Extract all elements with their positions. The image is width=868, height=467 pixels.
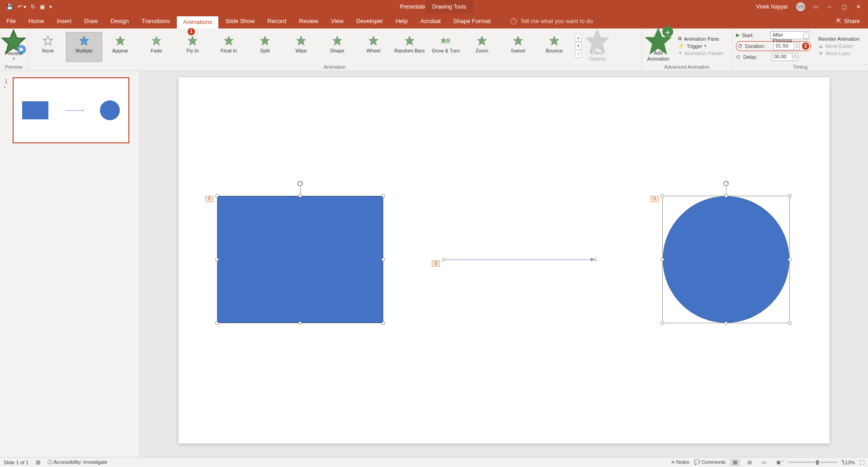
anim-appear[interactable]: Appear — [102, 32, 138, 62]
user-name[interactable]: Vivek Nayyar — [756, 4, 788, 10]
tab-record[interactable]: Record — [261, 14, 292, 28]
anim-tag-line[interactable]: 0 — [432, 260, 440, 267]
tell-me-search[interactable]: Tell me what you want to do — [510, 18, 593, 24]
zoom-slider[interactable] — [788, 462, 838, 463]
resize-handle[interactable] — [660, 194, 664, 198]
slide-canvas-wrap[interactable]: 0 0 — [140, 71, 868, 457]
slide-number: 1 — [5, 78, 8, 85]
line-endpoint[interactable] — [442, 258, 445, 261]
gallery-up-icon[interactable]: ▴ — [575, 34, 581, 42]
tab-insert[interactable]: Insert — [51, 14, 78, 28]
tab-draw[interactable]: Draw — [78, 14, 104, 28]
fit-to-window-icon[interactable]: ⛶ — [859, 460, 864, 465]
anim-shape[interactable]: Shape — [319, 32, 355, 62]
resize-handle[interactable] — [215, 194, 219, 198]
circle-selection[interactable]: 0 — [662, 196, 790, 323]
duration-input[interactable]: 01.50▴▾ — [774, 42, 800, 50]
undo-icon[interactable]: ↶ ▾ — [18, 4, 26, 10]
resize-handle[interactable] — [724, 321, 728, 325]
anim-multiple[interactable]: Multiple — [66, 32, 102, 62]
rotation-handle-icon[interactable] — [297, 180, 303, 187]
tab-animations[interactable]: Animations — [176, 16, 219, 28]
preview-button[interactable]: Preview ▾ — [0, 31, 27, 61]
collapse-ribbon-icon[interactable]: ˆ — [865, 64, 866, 69]
tab-acrobat[interactable]: Acrobat — [414, 14, 447, 28]
anim-fly-in[interactable]: 1 Fly In — [175, 32, 211, 62]
tab-view[interactable]: View — [325, 14, 350, 28]
anim-grow-turn[interactable]: Grow & Turn — [428, 32, 464, 62]
line-shape[interactable] — [443, 259, 595, 260]
gallery-more-icon[interactable]: ▿ — [575, 50, 581, 58]
resize-handle[interactable] — [298, 194, 302, 198]
accessibility-status[interactable]: ⓘ Accessibility: Investigate — [47, 459, 108, 466]
tab-home[interactable]: Home — [22, 14, 51, 28]
anim-none[interactable]: None — [30, 32, 66, 62]
slide-sorter-view-icon[interactable]: ▤ — [745, 459, 755, 466]
delay-input[interactable]: 00.00▴▾ — [772, 53, 798, 61]
start-select[interactable]: After Previous▾ — [770, 31, 809, 39]
tab-slideshow[interactable]: Slide Show — [219, 14, 261, 28]
tab-transitions[interactable]: Transitions — [135, 14, 176, 28]
slide-thumbnail-1[interactable] — [13, 77, 129, 143]
zoom-level[interactable]: 113% — [842, 460, 855, 465]
anim-float-in[interactable]: Float In — [211, 32, 247, 62]
tab-help[interactable]: Help — [389, 14, 414, 28]
resize-handle[interactable] — [298, 321, 302, 325]
zoom-thumb[interactable] — [816, 460, 819, 465]
line-selection[interactable]: 0 — [443, 259, 595, 260]
anim-split[interactable]: Split — [247, 32, 283, 62]
anim-wipe[interactable]: Wipe — [283, 32, 319, 62]
start-from-beginning-icon[interactable]: ▣ — [40, 4, 45, 10]
tab-design[interactable]: Design — [104, 14, 135, 28]
rectangle-selection[interactable]: 0 — [217, 196, 383, 323]
resize-handle[interactable] — [382, 321, 385, 325]
resize-handle[interactable] — [724, 194, 728, 198]
ribbon-display-icon[interactable]: ▭ — [813, 4, 818, 10]
tab-developer[interactable]: Developer — [350, 14, 389, 28]
anim-wheel[interactable]: Wheel — [355, 32, 392, 62]
resize-handle[interactable] — [788, 258, 792, 261]
anim-tag-rect[interactable]: 0 — [205, 196, 213, 202]
comments-button[interactable]: 💬 Comments — [694, 459, 726, 465]
slide-thumbnail-panel[interactable]: 1 * — [0, 71, 140, 457]
tab-review[interactable]: Review — [292, 14, 325, 28]
anim-fade[interactable]: Fade — [138, 32, 175, 62]
anim-tag-circle[interactable]: 0 — [651, 196, 659, 202]
normal-view-icon[interactable]: ▦ — [730, 459, 740, 466]
reading-view-icon[interactable]: ▭ — [759, 459, 769, 466]
resize-handle[interactable] — [788, 321, 792, 325]
add-animation-button[interactable]: + Add Animation — [642, 30, 675, 62]
circle-shape[interactable] — [663, 196, 789, 323]
anim-bounce[interactable]: Bounce — [536, 32, 572, 62]
maximize-icon[interactable]: ▢ — [841, 4, 847, 10]
close-icon[interactable]: ✕ — [855, 4, 862, 10]
user-avatar[interactable]: VN — [796, 2, 805, 11]
slide-counter[interactable]: Slide 1 of 1 — [4, 460, 28, 465]
anim-zoom[interactable]: Zoom — [464, 32, 500, 62]
resize-handle[interactable] — [215, 321, 219, 325]
save-icon[interactable]: 💾 — [6, 4, 13, 10]
notes-shortcut-icon[interactable]: ▥ — [36, 459, 40, 465]
tab-file[interactable]: File — [0, 14, 22, 28]
resize-handle[interactable] — [382, 258, 385, 261]
anim-swivel[interactable]: Swivel — [500, 32, 536, 62]
notes-button[interactable]: ≐ Notes — [671, 459, 689, 465]
slide-canvas[interactable]: 0 0 — [179, 77, 830, 443]
resize-handle[interactable] — [215, 258, 219, 261]
share-button[interactable]: ⇱ Share — [836, 18, 860, 24]
resize-handle[interactable] — [382, 194, 385, 198]
rotation-handle-icon[interactable] — [723, 180, 729, 187]
animation-pane-button[interactable]: ⧉Animation Pane — [678, 36, 724, 42]
resize-handle[interactable] — [788, 194, 792, 198]
tab-shape-format[interactable]: Shape Format — [447, 14, 497, 28]
qat-more-icon[interactable]: ▾ — [49, 4, 52, 10]
minimize-icon[interactable]: ─ — [826, 4, 833, 10]
resize-handle[interactable] — [660, 258, 664, 261]
redo-icon[interactable]: ↻ — [31, 4, 35, 10]
rectangle-shape[interactable] — [217, 196, 383, 323]
gallery-down-icon[interactable]: ▾ — [575, 42, 581, 50]
resize-handle[interactable] — [660, 321, 664, 325]
trigger-button[interactable]: ⚡Trigger▾ — [678, 43, 724, 49]
line-endpoint[interactable] — [594, 258, 597, 261]
anim-random-bars[interactable]: Random Bars — [392, 32, 428, 62]
